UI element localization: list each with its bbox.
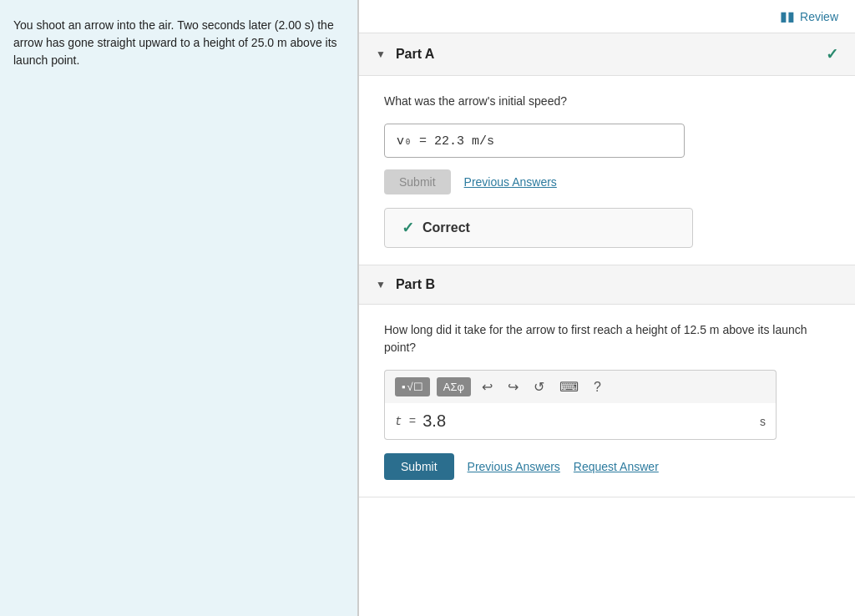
right-panel: ▮▮ Review ▼ Part A ✓ What was the arrow'… xyxy=(359,0,855,616)
review-bar: ▮▮ Review xyxy=(359,0,855,33)
help-button[interactable]: ? xyxy=(589,378,605,396)
math-input-label: t = xyxy=(395,415,416,428)
part-b-answer-input[interactable] xyxy=(422,412,753,431)
undo-button[interactable]: ↩ xyxy=(478,377,497,396)
keyboard-button[interactable]: ⌨ xyxy=(555,377,583,396)
part-a-section: ▼ Part A ✓ What was the arrow's initial … xyxy=(359,33,855,265)
part-b-header[interactable]: ▼ Part B xyxy=(359,265,855,305)
problem-text: You shoot an arrow into the air. Two sec… xyxy=(13,17,344,69)
math-input-row: t = s xyxy=(384,403,777,440)
greek-button[interactable]: ΑΣφ xyxy=(437,377,471,396)
part-b-chevron: ▼ xyxy=(376,279,386,290)
part-b-title: Part B xyxy=(396,277,838,292)
part-b-section: ▼ Part B How long did it take for the ar… xyxy=(359,265,855,497)
fraction-icon: ▪ xyxy=(402,381,406,393)
fraction-sqrt-button[interactable]: ▪ √☐ xyxy=(395,377,430,396)
part-a-checkmark: ✓ xyxy=(826,45,838,63)
part-a-title: Part A xyxy=(396,47,826,62)
part-a-header[interactable]: ▼ Part A ✓ xyxy=(359,33,855,76)
part-b-actions: Submit Previous Answers Request Answer xyxy=(384,453,830,480)
part-b-body: How long did it take for the arrow to fi… xyxy=(359,305,855,497)
math-toolbar: ▪ √☐ ΑΣφ ↩ ↪ ↺ ⌨ ? xyxy=(384,370,777,403)
review-label: Review xyxy=(800,10,838,23)
part-b-submit-button[interactable]: Submit xyxy=(384,453,454,480)
part-b-question: How long did it take for the arrow to fi… xyxy=(384,321,830,356)
redo-button[interactable]: ↪ xyxy=(503,377,523,396)
part-a-submit-button: Submit xyxy=(384,169,451,194)
part-a-answer-display: v₀ = 22.3 m/s xyxy=(384,124,685,158)
review-button[interactable]: ▮▮ Review xyxy=(780,8,838,24)
correct-label: Correct xyxy=(422,220,470,235)
correct-checkmark-icon: ✓ xyxy=(402,219,414,237)
part-a-chevron: ▼ xyxy=(376,48,386,60)
part-b-previous-answers-link[interactable]: Previous Answers xyxy=(468,460,560,473)
book-icon: ▮▮ xyxy=(780,8,795,24)
part-a-question: What was the arrow's initial speed? xyxy=(384,93,830,110)
part-b-request-answer-link[interactable]: Request Answer xyxy=(574,460,659,473)
sqrt-icon: √☐ xyxy=(407,381,423,393)
part-a-previous-answers-link[interactable]: Previous Answers xyxy=(464,175,557,189)
part-a-body: What was the arrow's initial speed? v₀ =… xyxy=(359,76,855,265)
reset-button[interactable]: ↺ xyxy=(529,377,549,396)
problem-statement-panel: You shoot an arrow into the air. Two sec… xyxy=(0,0,359,616)
math-unit-label: s xyxy=(760,415,766,428)
part-a-correct-badge: ✓ Correct xyxy=(384,208,693,248)
part-a-actions: Submit Previous Answers xyxy=(384,169,830,194)
